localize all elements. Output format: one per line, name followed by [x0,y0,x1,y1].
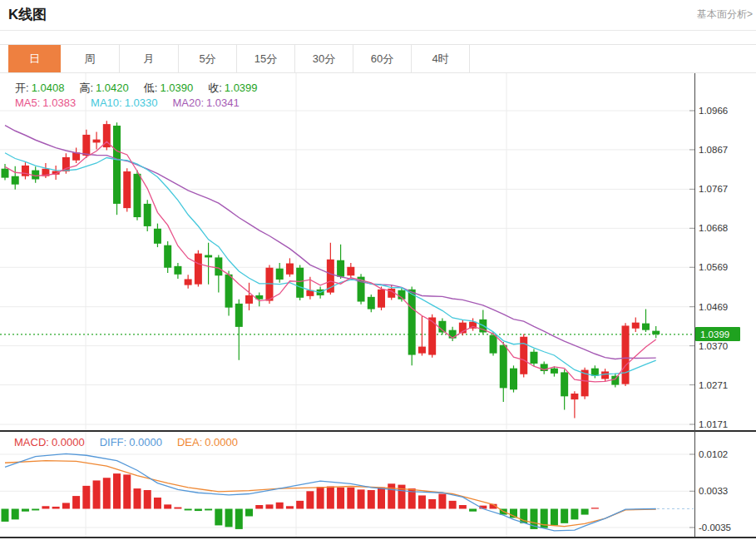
candle-body [123,171,131,208]
candle-body [510,369,517,390]
macd-bar [225,509,233,528]
macd-bar [317,487,324,508]
macd-bar [144,490,151,508]
candle-body [205,255,212,258]
candle-body [347,267,354,275]
macd-bar [337,488,344,509]
macd-bar [164,504,171,508]
candle-body [520,337,527,374]
candle-body [235,304,243,327]
macd-bar [82,486,90,509]
legend-value: 0.0000 [52,436,85,448]
macd-axis-label: 0.0102 [699,449,728,459]
legend-label: MA20: [172,97,204,109]
panel-divider [0,430,756,432]
candle-body [561,372,568,396]
macd-bar [296,501,304,509]
macd-bar [276,503,284,509]
macd-bar [235,509,243,529]
candle-body [296,268,304,298]
legend-label: 低: [144,82,158,94]
candle-body [2,169,9,178]
bottom-border [0,537,756,538]
legend-value: 1.0330 [125,97,158,109]
y-axis-label: 1.0767 [699,184,728,194]
y-axis-label: 1.0668 [699,223,728,233]
macd-bar [347,488,354,509]
macd-bar [286,506,294,508]
ma-legend: MA5:1.0383MA10:1.0330MA20:1.0341 [15,97,254,109]
macd-bar [52,507,60,509]
candle-body [215,257,222,275]
macd-bar [62,503,70,508]
macd-bar [358,489,365,508]
macd-bar [551,509,558,526]
legend-label: MA10: [91,97,122,109]
candle-body [174,266,181,275]
candle-body [93,140,101,143]
macd-bar [469,509,477,512]
macd-bar [113,473,121,508]
candle-body [551,369,558,374]
legend-label: DEA: [177,436,202,448]
macd-bar [2,509,9,522]
macd-bar [561,509,568,523]
candle-body [195,254,202,285]
candle-body [490,335,497,354]
macd-bar [418,495,426,508]
macd-bar [195,509,202,512]
y-axis-label: 1.0966 [699,106,728,116]
candle-body [378,290,385,308]
candle-body [571,394,578,399]
macd-bar [265,504,273,508]
macd-bar [133,488,141,508]
legend-value: 1.0390 [160,82,193,94]
candle-body [652,331,660,334]
macd-bar [255,505,263,508]
candle-body [642,324,650,330]
candle-body [225,275,233,308]
macd-bar [32,509,39,511]
ohlc-legend: 开:1.0408高:1.0420低:1.0390收:1.0399 [15,81,273,96]
macd-bar [378,488,385,509]
candle-body [82,135,90,156]
macd-bar [368,490,375,508]
legend-value: 0.0000 [205,436,238,448]
legend-value: 1.0341 [206,97,240,109]
candle-body [632,323,640,329]
candle-body [449,330,457,339]
candle-body [22,166,29,176]
macd-axis-label: 0.0033 [699,486,728,496]
macd-bar [571,509,578,520]
legend-label: 高: [79,82,93,94]
legend-value: 1.0408 [32,82,65,94]
macd-bar [185,509,192,511]
candle-body [530,352,537,364]
y-axis-label: 1.0271 [699,380,728,390]
macd-bar [72,496,80,508]
legend-label: MACD: [14,436,49,448]
legend-label: DIFF: [100,436,127,448]
macd-bar [581,509,589,515]
y-axis-label: 1.0469 [699,302,728,312]
candle-body [408,290,416,355]
macd-bar [22,509,29,512]
candle-body [368,297,375,310]
macd-bar [245,509,253,517]
macd-bar [449,501,457,509]
macd-bar [438,494,446,509]
candle-body [286,264,294,275]
candle-body [154,229,161,244]
macd-bar [459,505,467,508]
price-badge-label: 1.0399 [700,329,729,339]
candle-body [276,269,284,280]
macd-bar [215,509,222,526]
y-axis-label: 1.0569 [699,262,728,272]
macd-bar [327,487,334,509]
macd-bar [12,509,19,520]
legend-label: MA5: [15,97,40,109]
legend-value: 0.0000 [129,436,162,448]
legend-value: 1.0383 [42,97,76,109]
candle-body [611,376,619,385]
macd-bar [93,480,101,508]
